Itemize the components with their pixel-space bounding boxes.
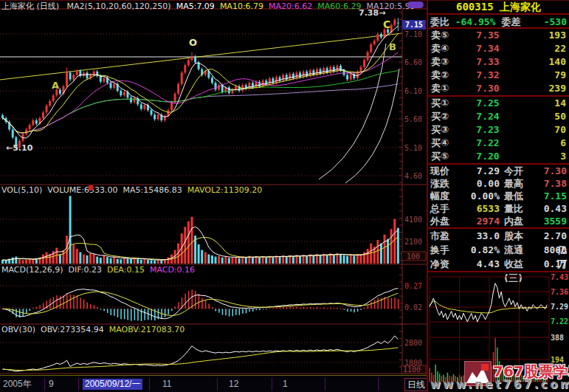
ask-row-5[interactable]: 卖⑤7.35193 bbox=[428, 29, 569, 42]
order-price: 7.32 bbox=[463, 69, 512, 82]
stat-label: 量比 bbox=[500, 202, 541, 215]
indicator-legend-item: MACD(12,26,9) bbox=[1, 265, 63, 275]
stat-label: 内盘 bbox=[500, 215, 541, 227]
ask-queue: 卖⑤7.35193卖④7.3422卖③7.33140卖②7.3279卖①7.30… bbox=[428, 29, 569, 95]
time-axis-tick bbox=[44, 378, 45, 391]
time-axis-label: 9 bbox=[49, 379, 54, 390]
order-volume: 239 bbox=[512, 82, 566, 95]
stock-name: 上海家化 bbox=[500, 1, 541, 13]
order-price: 7.34 bbox=[463, 42, 512, 55]
stat-value: 0.43 bbox=[541, 202, 567, 215]
quote-panel: 600315 上海家化 委比 -64.95% 委差 -530 卖⑤7.35193… bbox=[427, 1, 569, 392]
stat-value: 4.43 bbox=[464, 257, 500, 271]
indicator-legend-item: MA2(5,10,20,60,120,250) bbox=[67, 1, 171, 11]
bid-row-5[interactable]: 买⑤7.203 bbox=[428, 150, 569, 163]
vol-axis-label: 2100 bbox=[404, 238, 422, 246]
indicator-legend-item: MA5:15486.83 bbox=[123, 185, 182, 195]
stat-value: 0.82% bbox=[464, 243, 500, 257]
vol-axis-min-label: 100 bbox=[407, 252, 420, 261]
ask-row-4[interactable]: 卖④7.3422 bbox=[428, 42, 569, 55]
signal-marker-icon bbox=[89, 185, 93, 190]
annotation-C: C bbox=[383, 18, 390, 30]
view-tab-日线[interactable]: 日线 bbox=[404, 378, 428, 391]
time-axis-label: 2005年 bbox=[3, 379, 32, 390]
mini-axis-label: 388 bbox=[551, 334, 564, 342]
obv-pane-header: OBV(30)OBV:273354.94MAOBV:217083.70 bbox=[1, 325, 190, 334]
order-level-label: 买⑤ bbox=[431, 150, 463, 163]
fundamental-stats: 市盈33.0股本2.70亿换手0.82%流通8000万净资4.43收益(三)0.… bbox=[428, 229, 569, 271]
bid-queue: 买①7.2514买②7.2450买③7.2370买④7.226买⑤7.203 bbox=[428, 97, 569, 163]
quote-stats: 现价7.29今开7.30涨跌0.00最高7.38幅度0.00%最低7.15总手6… bbox=[428, 165, 569, 227]
indicator-legend-item: DIF:0.23 bbox=[69, 265, 102, 275]
order-level-label: 卖④ bbox=[431, 42, 463, 55]
ask-row-2[interactable]: 卖②7.3279 bbox=[428, 69, 569, 82]
stat-label: 市盈 bbox=[430, 229, 464, 243]
stat-label: 股本 bbox=[500, 229, 541, 243]
stat-value: 2.70亿 bbox=[541, 229, 567, 243]
watermark-url: www.net767.com bbox=[430, 378, 569, 391]
time-axis-tick bbox=[325, 378, 325, 391]
bid-row-3[interactable]: 买③7.2370 bbox=[428, 123, 569, 137]
stat-label: 今开 bbox=[500, 165, 541, 177]
stat-value: 7.15 bbox=[541, 190, 567, 202]
order-price: 7.22 bbox=[463, 137, 512, 150]
stat-label: 换手 bbox=[430, 243, 464, 257]
indicator-legend-item: MA10:6.79 bbox=[220, 1, 263, 11]
watermark: 767股票学习网 www.net767.com bbox=[427, 355, 569, 392]
order-price: 7.23 bbox=[463, 123, 512, 137]
mini-axis-label: 7.43 bbox=[551, 273, 568, 281]
scroll-thumb[interactable] bbox=[407, 1, 424, 8]
indicator-legend-item: OBV(30) bbox=[1, 325, 35, 334]
mini-axis-label: 7.29 bbox=[551, 303, 568, 311]
time-axis-label: 12 bbox=[229, 379, 238, 390]
bid-row-1[interactable]: 买①7.2514 bbox=[428, 97, 569, 110]
selected-date-label[interactable]: 2005/09/12/一 bbox=[83, 379, 142, 390]
weibi-value: -64.95% bbox=[449, 15, 496, 27]
stat-value: 0.17 bbox=[541, 257, 567, 271]
bid-row-2[interactable]: 买②7.2450 bbox=[428, 110, 569, 123]
annotation-O: O bbox=[189, 37, 197, 48]
stat-value: 2974 bbox=[464, 215, 500, 227]
order-volume: 6 bbox=[512, 137, 566, 150]
stat-row: 涨跌0.00最高7.38 bbox=[428, 177, 569, 190]
order-volume: 50 bbox=[512, 110, 566, 123]
order-volume: 3 bbox=[512, 150, 566, 163]
order-level-label: 卖② bbox=[431, 69, 463, 82]
bid-row-4[interactable]: 买④7.226 bbox=[428, 137, 569, 150]
stat-value: 7.30 bbox=[541, 165, 567, 177]
main-axis-label: 4.60 bbox=[404, 172, 422, 180]
annotation-B: B bbox=[389, 41, 396, 52]
order-level-label: 买③ bbox=[431, 123, 463, 137]
stat-label: 涨跌 bbox=[430, 177, 464, 190]
order-level-label: 买① bbox=[431, 97, 463, 110]
stat-value: 3559 bbox=[541, 215, 567, 227]
stat-row: 幅度0.00%最低7.15 bbox=[428, 190, 569, 202]
macd-axis-label: 0.27 bbox=[404, 282, 422, 290]
order-price: 7.20 bbox=[463, 150, 512, 163]
indicator-legend-item: OBV:273354.94 bbox=[41, 325, 104, 334]
stat-label: 幅度 bbox=[430, 190, 464, 202]
order-level-label: 买② bbox=[431, 110, 463, 123]
vol-pane-header: VOL(5,10)VOLUME:6533.00MA5:15486.83MAVOL… bbox=[1, 185, 267, 195]
stock-app-window: 7.106.606.105.605.104.60410021000.270.02… bbox=[0, 0, 569, 392]
order-price: 7.33 bbox=[463, 55, 512, 69]
time-axis-tick bbox=[217, 378, 218, 391]
time-axis-label: 11 bbox=[162, 379, 171, 390]
ask-row-3[interactable]: 卖③7.33140 bbox=[428, 55, 569, 69]
stat-row: 市盈33.0股本2.70亿 bbox=[428, 229, 569, 243]
stat-label: 净资 bbox=[430, 257, 464, 271]
main-axis-label: 5.60 bbox=[404, 115, 422, 123]
indicator-legend-item: MACD:0.16 bbox=[150, 265, 195, 275]
obv-axis-label: 2800 bbox=[404, 339, 422, 347]
indicator-legend-item: VOLUME:6533.00 bbox=[47, 185, 117, 195]
ask-row-1[interactable]: 卖①7.30239 bbox=[428, 82, 569, 95]
time-axis-tick bbox=[272, 378, 272, 391]
stat-label: 总手 bbox=[430, 202, 464, 215]
stat-value: 0.00 bbox=[464, 177, 500, 190]
order-price: 7.30 bbox=[463, 82, 512, 95]
indicator-legend-item: MA60:6.29 bbox=[317, 1, 361, 11]
order-volume: 14 bbox=[512, 97, 566, 110]
stat-label: 最低 bbox=[500, 190, 541, 202]
order-level-label: 卖③ bbox=[431, 55, 463, 69]
order-volume: 70 bbox=[512, 123, 566, 137]
